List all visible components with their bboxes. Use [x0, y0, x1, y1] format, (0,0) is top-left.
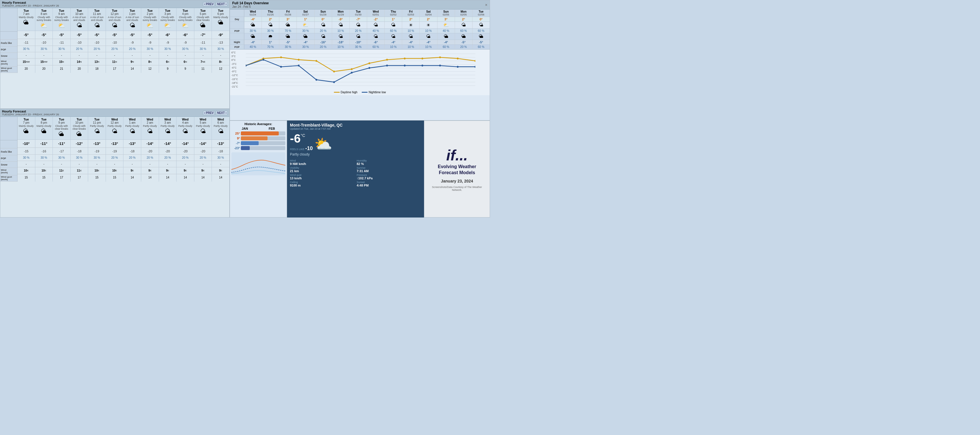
svg-point-33 — [404, 65, 406, 67]
overview-cell: -10° — [350, 40, 367, 44]
overview-cell: Wed01/24 — [244, 10, 262, 17]
svg-point-26 — [280, 66, 282, 68]
overview-cell: 3° — [279, 17, 297, 22]
current-temp-unit: °C — [301, 133, 305, 138]
overview-cell: 🌤 — [262, 22, 279, 29]
historic-bar-row: -7° — [231, 141, 285, 145]
chart-y-label: -3°C — [231, 63, 238, 65]
current-updated: Updated on Tue, Jan 23 at 7:57 AM — [290, 127, 421, 130]
hour-col: Tue 9 am Cloudy with sunny breaks ⛅ -5° … — [53, 8, 71, 73]
brand-screenshot: Screenshots/Data Courtesy of The Weather… — [429, 186, 485, 191]
hour-col: Tue 4 pm Cloudy with sunny breaks ⛅ -6° … — [177, 8, 194, 73]
overview-cell: Thu01/25 — [262, 10, 279, 17]
current-detail-wind-gust: Wind gust 13 km/h — [290, 174, 355, 180]
svg-point-31 — [369, 67, 370, 69]
historic-panel: Historic Averages: JAN FEB 25° 9° -7° -2… — [230, 121, 287, 218]
overview-cell: 🌤 — [473, 22, 490, 29]
overview-cell: Tue01/30 — [350, 10, 367, 17]
overview-cell: -4° — [438, 40, 455, 44]
overview-cell: Mon01/29 — [332, 10, 350, 17]
hourly-subtitle-top: TUESDAY, JANUARY 23 - FRIDAY, JANUARY 26 — [2, 4, 59, 7]
pop-day-label: POP — [230, 29, 244, 33]
overview-title: Full 14 Days Overview — [232, 1, 269, 5]
overview-cell: 40 % — [367, 29, 385, 33]
overview-cell: -5° — [279, 40, 297, 44]
svg-point-28 — [315, 79, 317, 81]
overview-cell: 🌤 — [367, 22, 385, 29]
overview-cell: 10 % — [332, 45, 350, 49]
overview-cell: -16° — [315, 40, 332, 44]
overview-cell: -4° — [402, 40, 420, 44]
hourly-header-top: Hourly Forecast TUESDAY, JANUARY 23 - FR… — [0, 0, 229, 8]
hour-col: Tue 11 am A mix of sun and clouds 🌤 -5° … — [88, 8, 106, 73]
overview-cell: -18° — [332, 40, 350, 44]
gust-label-b: Wind gust(km/h) — [0, 175, 17, 182]
current-detail-pressure: Pressure ↑102.7 kPa — [357, 174, 422, 180]
chart-y-label: -12°C — [231, 74, 238, 76]
hour-col: Wed 12 am Partly cloudy 🌤 -13° -19 20 % … — [106, 117, 124, 182]
overview-cell: 60 % — [473, 45, 490, 49]
overview-cell: 60 % — [438, 45, 455, 49]
chart-y-label: 0°C — [231, 59, 238, 61]
overview-cell: -6° — [367, 40, 385, 44]
day-label: Day — [230, 17, 244, 22]
hour-col: Tue 10 pm Cloudy with clear breaks 🌥 -12… — [71, 117, 88, 182]
overview-cell: 60 % — [367, 45, 385, 49]
current-panel: Mont-Tremblant-Village, QC Updated on Tu… — [287, 121, 424, 218]
svg-point-27 — [298, 65, 300, 67]
overview-cell: Sun02/05 — [438, 10, 455, 17]
current-detail-sunset: Sunset 4:48 PM — [357, 181, 422, 187]
night-icons-label — [230, 33, 244, 40]
overview-cell: 2° — [420, 17, 437, 22]
hour-col: Tue 8 pm Mainly cloudy 🌥 -11° -16 30 % -… — [35, 117, 53, 182]
next-btn-bottom[interactable]: NEXT › — [216, 111, 228, 115]
overview-cell: 2° — [262, 17, 279, 22]
svg-point-12 — [280, 57, 282, 59]
svg-point-17 — [369, 62, 370, 64]
hour-col: Tue 7 pm Mainly cloudy 🌥 -10° -15 30 % -… — [18, 117, 35, 182]
hour-col: Wed 6 am Partly cloudy 🌤 -13° -18 30 % -… — [212, 117, 229, 182]
overview-cell: 20 % — [315, 45, 332, 49]
wind-label: Wind(km/h) — [0, 59, 17, 67]
overview-cell: 🌥 — [279, 33, 297, 40]
overview-cell: 10 % — [420, 45, 437, 49]
overview-cell: 30 % — [297, 45, 314, 49]
overview-cell: 0° — [473, 17, 490, 22]
svg-point-35 — [439, 65, 441, 67]
svg-point-23 — [474, 60, 476, 62]
chart-y-label: -15°C — [231, 78, 238, 81]
overview-cell: ☀ — [402, 22, 420, 29]
current-detail-humidity: Humidity 82 % — [357, 159, 422, 165]
hour-col: Wed 2 am Partly cloudy 🌤 -14° -20 20 % -… — [141, 117, 159, 182]
overview-cell: 30 % — [350, 45, 367, 49]
overview-cell: 🌥 — [279, 22, 297, 29]
overview-cell: 1° — [385, 17, 402, 22]
next-btn-top[interactable]: NEXT › — [216, 2, 228, 6]
overview-cell: 🌤 — [402, 33, 420, 40]
overview-cell: 🌤 — [315, 33, 332, 40]
prev-btn-bottom[interactable]: ‹ PREV — [203, 111, 215, 115]
current-detail-ceiling: Ceiling 9100 m — [290, 181, 355, 187]
brand-if: if... — [446, 147, 468, 164]
overview-cell: 60 % — [385, 29, 402, 33]
svg-point-37 — [474, 66, 476, 68]
overview-cell: 2° — [455, 17, 473, 22]
overview-cell: 30 % — [297, 29, 314, 33]
overview-cell: 20 % — [350, 29, 367, 33]
svg-point-20 — [422, 58, 423, 60]
overview-cell: Tue02/06 — [473, 10, 490, 17]
overview-cell: 70 % — [279, 29, 297, 33]
overview-cell: 🌤 — [420, 33, 437, 40]
close-btn[interactable]: × — [485, 3, 487, 7]
overview-cell: Thu02/02 — [385, 10, 402, 17]
svg-point-18 — [386, 59, 388, 61]
current-detail-sunrise: Sunrise 7:31 AM — [357, 167, 422, 173]
pop-label-b: POP — [0, 155, 17, 162]
prev-btn-top[interactable]: ‹ PREV — [203, 2, 215, 6]
current-desc: Partly cloudy — [290, 152, 313, 156]
overview-cell: 20 % — [315, 29, 332, 33]
chart-y-label: -9°C — [231, 70, 238, 73]
overview-cell: Fri01/26 — [279, 10, 297, 17]
overview-cell: Sat02/04 — [420, 10, 437, 17]
brand-panel: if... Evolving Weather Forecast Models J… — [424, 121, 490, 218]
